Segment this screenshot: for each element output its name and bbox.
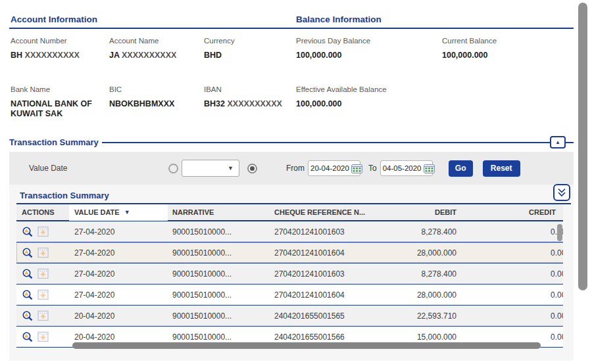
cell-narrative: 900015010000...: [168, 332, 266, 342]
table-row[interactable]: A 27-04-2020 900015010000... 27042012410…: [16, 284, 563, 306]
svg-text:A: A: [25, 228, 29, 234]
cell-value-date: 27-04-2020: [69, 290, 168, 300]
filter-row: Value Date ▼ From 20-04-2020 To 04-05-20…: [9, 152, 574, 185]
legend-line-tail: [566, 142, 574, 143]
cell-credit: 0.000: [459, 290, 563, 300]
view-details-magnifier-icon[interactable]: A: [22, 268, 34, 280]
cell-value-date: 27-04-2020: [69, 269, 168, 279]
section-titles: Account Information Balance Information: [0, 14, 574, 24]
cell-cheque-reference: 2704201241001603: [266, 269, 375, 279]
field-iban: IBAN BH32 XXXXXXXXXX: [204, 85, 296, 119]
from-date-input[interactable]: 20-04-2020: [308, 160, 360, 176]
table-row[interactable]: A 27-04-2020 900015010000... 27042012410…: [16, 221, 563, 242]
radio-dot: [250, 166, 255, 171]
view-details-magnifier-icon[interactable]: A: [22, 226, 34, 238]
svg-text:A: A: [25, 249, 29, 255]
field-account-number: Account Number BH XXXXXXXXXX: [11, 37, 109, 60]
view-details-magnifier-icon[interactable]: A: [22, 310, 34, 322]
window-plus-icon[interactable]: [37, 310, 49, 321]
cell-cheque-reference: 2704201241001604: [266, 290, 375, 300]
period-select[interactable]: ▼: [182, 160, 239, 177]
cell-value-date: 27-04-2020: [69, 248, 168, 258]
view-details-magnifier-icon[interactable]: A: [22, 289, 34, 301]
window-plus-icon[interactable]: [37, 226, 49, 237]
cell-debit: 15,000.000: [375, 332, 459, 342]
page-scrollbar-thumb[interactable]: [578, 3, 587, 290]
field-effective-available-balance: Effective Available Balance 100,000.000: [296, 85, 442, 119]
reset-button[interactable]: Reset: [483, 160, 520, 177]
column-header-credit[interactable]: CREDIT: [459, 208, 563, 216]
double-chevron-down-icon: [556, 187, 567, 198]
info-row-2: Bank Name NATIONAL BANK OF KUWAIT SAK BI…: [0, 85, 574, 119]
cell-credit: 0.000: [459, 269, 563, 279]
svg-text:A: A: [25, 291, 29, 297]
page-scrollbar-track[interactable]: [575, 0, 592, 364]
table-horizontal-scrollbar[interactable]: [72, 342, 541, 349]
period-radio[interactable]: [168, 164, 178, 173]
table-row[interactable]: A 27-04-2020 900015010000... 27042012410…: [16, 263, 563, 284]
svg-text:A: A: [25, 333, 29, 339]
cell-credit: 0.000: [459, 248, 563, 258]
cell-value-date: 20-04-2020: [69, 332, 168, 342]
cell-value-date: 20-04-2020: [69, 311, 168, 321]
window-plus-icon[interactable]: [37, 268, 49, 279]
cell-credit: 0.000: [459, 332, 563, 342]
section-title-divider: [9, 28, 574, 29]
cell-narrative: 900015010000...: [168, 269, 266, 279]
cell-debit: 28,000.000: [375, 290, 459, 300]
go-button[interactable]: Go: [449, 160, 473, 177]
cell-cheque-reference: 2704201241001604: [266, 248, 375, 258]
collapse-arrow-icon: ▲: [555, 139, 560, 145]
svg-text:A: A: [25, 312, 29, 318]
cell-debit: 8,278.400: [375, 269, 459, 279]
column-header-debit[interactable]: DEBIT: [375, 208, 459, 216]
column-header-value-date[interactable]: VALUE DATE ▼: [69, 204, 168, 221]
sort-desc-icon: ▼: [124, 209, 130, 216]
cell-debit: 8,278.400: [375, 227, 459, 237]
transaction-summary-legend: Transaction Summary: [9, 137, 99, 147]
cell-credit: 0.000: [459, 227, 563, 237]
field-bic: BIC NBOKBHBMXXX: [109, 85, 204, 119]
info-row-1: Account Number BH XXXXXXXXXX Account Nam…: [0, 37, 574, 60]
table-vertical-scrollbar[interactable]: [557, 224, 562, 241]
field-bank-name: Bank Name NATIONAL BANK OF KUWAIT SAK: [11, 85, 109, 119]
window-plus-icon[interactable]: [37, 247, 49, 258]
cell-debit: 28,000.000: [375, 248, 459, 258]
chevron-down-icon: ▼: [228, 165, 234, 171]
column-header-narrative[interactable]: NARRATIVE: [168, 208, 266, 216]
cell-narrative: 900015010000...: [168, 311, 266, 321]
transactions-table: ACTIONS VALUE DATE ▼ NARRATIVE CHEQUE RE…: [16, 204, 563, 348]
window-plus-icon[interactable]: [37, 289, 49, 300]
window-plus-icon[interactable]: [37, 331, 49, 342]
cell-narrative: 900015010000...: [168, 227, 266, 237]
value-date-label: Value Date: [29, 164, 160, 173]
to-date-input[interactable]: 04-05-2020: [380, 160, 433, 176]
from-label: From: [286, 164, 305, 173]
date-range-radio[interactable]: [247, 164, 257, 173]
cell-narrative: 900015010000...: [168, 290, 266, 300]
cell-cheque-reference: 2404201655001566: [266, 332, 375, 342]
view-details-magnifier-icon[interactable]: A: [22, 331, 34, 343]
expand-all-button[interactable]: [553, 184, 570, 201]
calendar-icon[interactable]: [351, 164, 362, 173]
to-label: To: [368, 164, 377, 173]
cell-narrative: 900015010000...: [168, 248, 266, 258]
table-row[interactable]: A 20-04-2020 900015010000... 24042016550…: [16, 306, 563, 327]
cell-cheque-reference: 2404201655001565: [266, 311, 375, 321]
column-header-actions[interactable]: ACTIONS: [16, 208, 69, 216]
table-title-row: Transaction Summary: [9, 189, 574, 201]
cell-cheque-reference: 2704201241001603: [266, 227, 375, 237]
field-previous-day-balance: Previous Day Balance 100,000.000: [296, 37, 442, 60]
balance-info-title: Balance Information: [296, 14, 574, 24]
transaction-summary-legend-row: Transaction Summary ▲: [0, 136, 574, 148]
collapse-panel-button[interactable]: ▲: [550, 136, 566, 148]
svg-text:A: A: [25, 270, 29, 276]
transaction-summary-panel: Value Date ▼ From 20-04-2020 To 04-05-20…: [9, 152, 574, 361]
table-header-row: ACTIONS VALUE DATE ▼ NARRATIVE CHEQUE RE…: [16, 204, 563, 221]
table-row[interactable]: A 27-04-2020 900015010000... 27042012410…: [16, 242, 563, 263]
cell-value-date: 27-04-2020: [69, 227, 168, 237]
column-header-cheque-reference[interactable]: CHEQUE REFERENCE N...: [266, 208, 375, 216]
view-details-magnifier-icon[interactable]: A: [22, 247, 34, 259]
calendar-icon[interactable]: [424, 164, 435, 173]
field-current-balance: Current Balance 100,000.000: [442, 37, 541, 60]
